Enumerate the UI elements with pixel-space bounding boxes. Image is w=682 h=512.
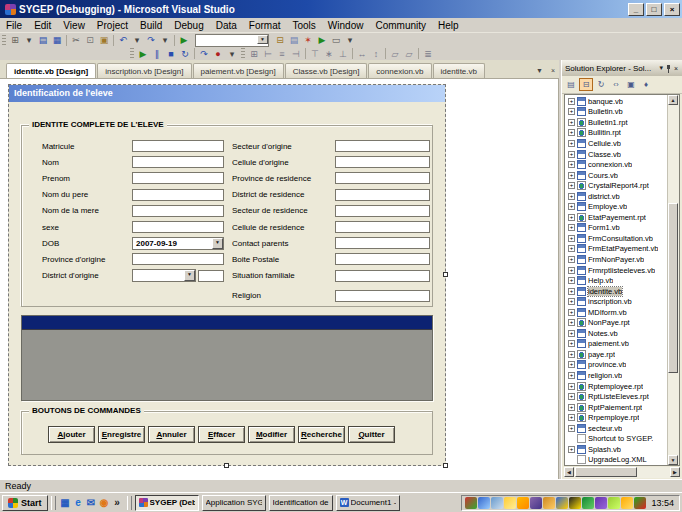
expand-icon[interactable] xyxy=(568,446,575,453)
solution-item[interactable]: Bulletin1.rpt xyxy=(565,117,679,128)
textbox[interactable] xyxy=(132,189,224,201)
taskbar-grip[interactable] xyxy=(51,496,56,510)
scheduler-icon[interactable] xyxy=(517,497,529,509)
snap-to-grid-icon[interactable]: ⊞ xyxy=(247,48,261,60)
menu-item[interactable]: Data xyxy=(210,20,243,31)
cut-icon[interactable]: ✂ xyxy=(69,34,83,46)
solution-item[interactable]: paiement.vb xyxy=(565,339,679,350)
toolbar-grip[interactable] xyxy=(241,48,245,59)
command-button[interactable]: Enregistre xyxy=(98,426,145,443)
textbox[interactable] xyxy=(335,270,430,282)
designer-form[interactable]: Identification de l'eleve IDENTITE COMPL… xyxy=(8,84,446,466)
textbox[interactable] xyxy=(335,253,430,265)
toolbar-options-icon[interactable]: ▾ xyxy=(343,34,357,46)
solution-item[interactable]: district.vb xyxy=(565,191,679,202)
scrollbar-thumb[interactable] xyxy=(575,467,637,477)
panel-close-icon[interactable]: × xyxy=(673,65,679,72)
toolbar-combobox[interactable] xyxy=(195,34,269,47)
expand-icon[interactable] xyxy=(568,214,575,221)
textbox[interactable] xyxy=(335,221,430,233)
solution-item[interactable]: UpgradeLog.XML xyxy=(565,455,679,466)
menu-item[interactable]: Community xyxy=(369,20,432,31)
solution-item[interactable]: inscription.vb xyxy=(565,296,679,307)
internet-explorer-icon[interactable]: e xyxy=(72,496,85,510)
expand-icon[interactable] xyxy=(568,404,575,411)
toolbar-icon[interactable] xyxy=(352,48,353,59)
show-desktop-icon[interactable]: ▦ xyxy=(59,496,72,510)
solution-item[interactable]: Frmrptlisteeleves.vb xyxy=(565,265,679,276)
expand-icon[interactable] xyxy=(568,172,575,179)
more-icons-chevron[interactable]: » xyxy=(111,496,124,510)
menu-item[interactable]: Window xyxy=(322,20,370,31)
expand-icon[interactable] xyxy=(568,330,575,337)
toolbar-icon[interactable] xyxy=(385,48,386,59)
expand-icon[interactable] xyxy=(568,288,575,295)
folder-sync-icon[interactable] xyxy=(543,497,555,509)
tab-order-icon[interactable]: ≣ xyxy=(421,48,435,60)
outlook-icon[interactable]: ✉ xyxy=(85,496,98,510)
dropdown-arrow-icon[interactable] xyxy=(257,35,268,44)
properties-window-icon[interactable]: ▤ xyxy=(287,34,301,46)
solution-item[interactable]: EtatPayement.rpt xyxy=(565,212,679,223)
document-tab[interactable]: identite.vb xyxy=(433,63,485,78)
solution-item[interactable]: NonPaye.rpt xyxy=(565,317,679,328)
expand-icon[interactable] xyxy=(568,203,575,210)
expand-icon[interactable] xyxy=(568,309,575,316)
document-tab[interactable]: inscription.vb [Design] xyxy=(97,63,191,78)
tree-vertical-scrollbar[interactable] xyxy=(667,95,679,465)
toolbar-icon[interactable] xyxy=(66,35,67,46)
start-button[interactable]: Start xyxy=(2,495,48,511)
expand-icon[interactable] xyxy=(568,372,575,379)
textbox[interactable] xyxy=(132,156,224,168)
solution-item[interactable]: province.vb xyxy=(565,360,679,371)
copy-icon[interactable]: ⊡ xyxy=(83,34,97,46)
expand-icon[interactable] xyxy=(568,98,575,105)
breakpoints-icon[interactable]: ● xyxy=(211,48,225,60)
undo-dropdown-icon[interactable]: ▾ xyxy=(130,34,144,46)
menu-item[interactable]: Help xyxy=(432,20,465,31)
resize-handle-bottom[interactable] xyxy=(224,463,229,468)
expand-icon[interactable] xyxy=(568,393,575,400)
expand-icon[interactable] xyxy=(568,425,575,432)
dropdown-arrow-icon[interactable] xyxy=(212,238,223,249)
menu-item[interactable]: Edit xyxy=(28,20,57,31)
datagrid[interactable] xyxy=(21,315,433,401)
solution-item[interactable]: Rrpemploye.rpt xyxy=(565,412,679,423)
resize-handle-corner[interactable] xyxy=(443,463,448,468)
expand-icon[interactable] xyxy=(568,340,575,347)
align-bottoms-icon[interactable]: ⊥ xyxy=(336,48,350,60)
solution-item[interactable]: Bulletin.vb xyxy=(565,107,679,118)
toolbar-icon[interactable] xyxy=(418,48,419,59)
command-button[interactable]: Annuler xyxy=(148,426,195,443)
textbox[interactable] xyxy=(335,290,430,302)
make-same-height-icon[interactable]: ↕ xyxy=(369,48,383,60)
solution-item[interactable]: FrmNonPayer.vb xyxy=(565,254,679,265)
textbox[interactable] xyxy=(335,237,430,249)
solution-item[interactable]: FrmEtatPayement.vb xyxy=(565,244,679,255)
tab-list-dropdown-icon[interactable]: ▼ xyxy=(532,67,547,78)
globe-icon[interactable] xyxy=(478,497,490,509)
document-tab[interactable]: Classe.vb [Design] xyxy=(285,63,368,78)
view-designer-icon[interactable]: ▣ xyxy=(624,78,638,91)
menu-item[interactable]: Debug xyxy=(168,20,209,31)
tree-horizontal-scrollbar[interactable] xyxy=(564,467,680,478)
save-all-icon[interactable]: ▦ xyxy=(50,34,64,46)
menu-item[interactable]: View xyxy=(57,20,91,31)
solution-item[interactable]: FrmConsultation.vb xyxy=(565,233,679,244)
messenger-icon[interactable] xyxy=(530,497,542,509)
start-page-icon[interactable]: ▶ xyxy=(315,34,329,46)
align-lefts-icon[interactable]: ⊢ xyxy=(261,48,275,60)
align-tops-icon[interactable]: ⊤ xyxy=(308,48,322,60)
toolbox-icon[interactable]: ✶ xyxy=(301,34,315,46)
solution-item[interactable]: religion.vb xyxy=(565,370,679,381)
start-debug-icon[interactable]: ▶ xyxy=(177,34,191,46)
expand-icon[interactable] xyxy=(568,182,575,189)
display-icon[interactable] xyxy=(491,497,503,509)
scroll-left-icon[interactable] xyxy=(564,467,574,477)
solution-item[interactable]: Cellule.vb xyxy=(565,138,679,149)
show-next-statement-icon[interactable]: ↷ xyxy=(197,48,211,60)
solution-item[interactable]: secteur.vb xyxy=(565,423,679,434)
taskbar-task[interactable]: W Document1 -... xyxy=(336,495,400,511)
make-same-width-icon[interactable]: ↔ xyxy=(355,48,369,60)
menu-item[interactable]: Tools xyxy=(287,20,322,31)
